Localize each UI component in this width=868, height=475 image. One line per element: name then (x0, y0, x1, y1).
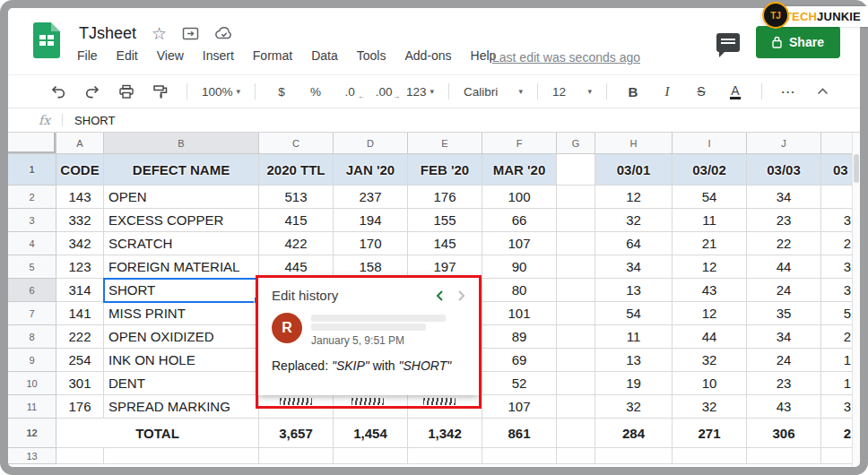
cell-J11[interactable]: 43 (747, 395, 821, 419)
cell-H8[interactable]: 11 (595, 325, 673, 349)
cell-I7[interactable]: 12 (673, 302, 747, 325)
formula-bar[interactable]: fx SHORT (8, 108, 860, 133)
row-header-4[interactable]: 4 (8, 232, 56, 255)
cell-C5[interactable]: 445 (259, 255, 334, 279)
menu-item-data[interactable]: Data (311, 48, 338, 63)
cell-A10[interactable]: 301 (56, 372, 104, 395)
column-letter-E[interactable]: E (408, 133, 482, 154)
cell-F10[interactable]: 52 (482, 372, 557, 395)
move-folder-icon[interactable] (182, 26, 199, 41)
cell-H9[interactable]: 13 (595, 349, 673, 372)
menu-item-addons[interactable]: Add-ons (404, 48, 451, 63)
cell-B9[interactable]: INK ON HOLE (104, 349, 259, 372)
cell-H1[interactable]: 03/01 (595, 154, 673, 186)
cell-C3[interactable]: 415 (259, 209, 334, 232)
number-format-button[interactable]: 123▾ (402, 80, 438, 103)
column-letter-B[interactable]: B (104, 133, 259, 154)
cell-K9[interactable]: 1 (821, 349, 852, 372)
row-header-10[interactable]: 10 (8, 372, 56, 395)
cell-A1[interactable]: CODE (56, 154, 104, 186)
cell-B5[interactable]: FOREIGN MATERIAL (104, 255, 259, 279)
cell-H3[interactable]: 32 (595, 209, 673, 232)
cell-D4[interactable]: 170 (334, 232, 408, 255)
cell-I1[interactable]: 03/02 (673, 154, 747, 186)
paint-format-button[interactable] (144, 80, 177, 103)
cell-I5[interactable]: 12 (673, 255, 747, 279)
cell-A11[interactable]: 176 (56, 395, 104, 419)
font-size-select[interactable]: 12▾ (548, 80, 596, 103)
column-letter-J[interactable]: J (747, 133, 821, 154)
cell-E3[interactable]: 155 (408, 209, 482, 232)
cell-A3[interactable]: 332 (56, 209, 104, 232)
collapse-toolbar-button[interactable] (806, 80, 838, 103)
cell-I11[interactable]: 32 (673, 395, 747, 419)
cell-J7[interactable]: 35 (747, 302, 821, 325)
cell-J13[interactable] (747, 448, 821, 464)
cell-F3[interactable]: 66 (482, 209, 557, 232)
more-options-button[interactable]: ⋯ (772, 80, 804, 103)
cell-H10[interactable]: 19 (595, 372, 673, 395)
next-edit-icon[interactable] (457, 290, 465, 301)
cell-G6[interactable] (557, 279, 595, 302)
cell-G5[interactable] (557, 255, 595, 279)
menu-item-tools[interactable]: Tools (357, 48, 386, 63)
cell-J12[interactable]: 306 (747, 419, 821, 448)
cell-J10[interactable]: 23 (747, 372, 821, 395)
cell-A13[interactable] (56, 448, 104, 464)
cell-K10[interactable]: 1 (821, 372, 852, 395)
cell-G7[interactable] (557, 302, 595, 325)
cell-B3[interactable]: EXCESS COPPER (104, 209, 259, 232)
cell-I2[interactable]: 54 (673, 186, 747, 209)
strikethrough-button[interactable]: S (685, 80, 717, 103)
sheets-logo[interactable] (33, 22, 60, 58)
cell-I6[interactable]: 43 (673, 279, 747, 302)
cell-B6[interactable]: SHORT (104, 279, 259, 302)
column-letter-A[interactable]: A (56, 133, 104, 154)
cell-H13[interactable] (595, 448, 673, 464)
cell-G4[interactable] (557, 232, 595, 255)
cell-K5[interactable]: 3 (821, 255, 852, 279)
cell-F13[interactable] (482, 448, 557, 464)
cell-C13[interactable] (259, 448, 334, 464)
column-letter-I[interactable]: I (673, 133, 747, 154)
cell-E12[interactable]: 1,342 (408, 419, 482, 448)
cell-E2[interactable]: 176 (408, 186, 482, 209)
menu-item-file[interactable]: File (77, 48, 98, 63)
column-letter-C[interactable]: C (259, 133, 334, 154)
cell-G10[interactable] (557, 372, 595, 395)
cell-I12[interactable]: 271 (673, 419, 747, 448)
cell-H2[interactable]: 12 (595, 186, 673, 209)
cell-E13[interactable] (408, 448, 482, 464)
cell-C2[interactable]: 513 (259, 186, 334, 209)
redo-button[interactable] (76, 80, 108, 103)
increase-decimal-button[interactable]: .00→ (368, 80, 400, 103)
cell-K4[interactable]: 2 (821, 232, 852, 255)
row-header-11[interactable]: 11 (8, 395, 56, 419)
column-letter-G[interactable]: G (557, 133, 595, 154)
last-edit-link[interactable]: Last edit was seconds ago (492, 50, 640, 65)
cell-K6[interactable]: 3 (821, 279, 852, 302)
cell-E5[interactable]: 197 (408, 255, 482, 279)
cell-I8[interactable]: 44 (673, 325, 747, 349)
cell-D1[interactable]: JAN '20 (334, 154, 408, 186)
document-title[interactable]: TJsheet (79, 24, 136, 43)
cell-A4[interactable]: 342 (56, 232, 104, 255)
row-header-9[interactable]: 9 (8, 349, 56, 372)
cell-H12[interactable]: 284 (595, 419, 673, 448)
row-header-2[interactable]: 2 (8, 186, 56, 209)
row-header-1[interactable]: 1 (8, 154, 56, 186)
cell-F5[interactable]: 90 (482, 255, 557, 279)
cell-J5[interactable]: 44 (747, 255, 821, 279)
cell-J9[interactable]: 24 (747, 349, 821, 372)
cell-F8[interactable]: 89 (482, 325, 557, 349)
cell-K13[interactable] (821, 448, 852, 464)
cell-D2[interactable]: 237 (334, 186, 408, 209)
cell-D3[interactable]: 194 (334, 209, 408, 232)
cell-G1[interactable] (557, 154, 595, 186)
cell-G3[interactable] (557, 209, 595, 232)
cell-J3[interactable]: 23 (747, 209, 821, 232)
cell-H6[interactable]: 13 (595, 279, 673, 302)
column-letter-K[interactable] (821, 133, 852, 154)
cell-C1[interactable]: 2020 TTL (259, 154, 334, 186)
cell-F2[interactable]: 100 (482, 186, 557, 209)
